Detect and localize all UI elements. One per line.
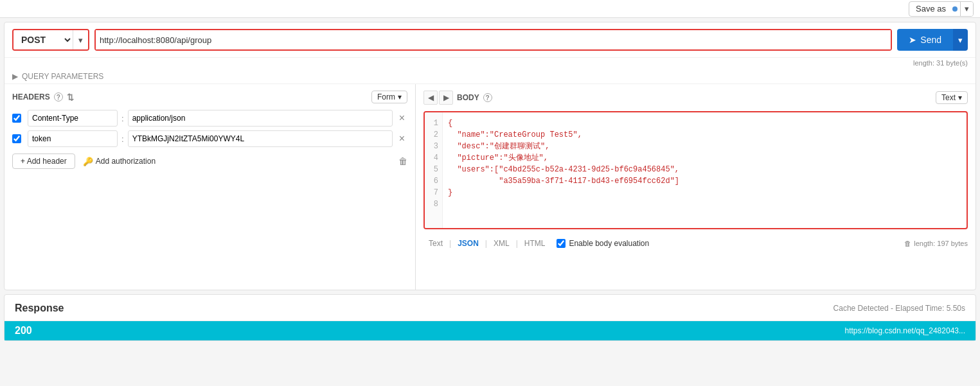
save-as-label: Save as — [909, 4, 952, 13]
headers-panel: HEADERS ? ⇅ Form ▾ : × — [4, 84, 416, 290]
header-2-value-input[interactable] — [128, 130, 393, 147]
body-trash-icon[interactable]: 🗑 — [904, 240, 911, 247]
text-format-dropdown[interactable]: Text ▾ — [936, 91, 968, 104]
header-2-checkbox[interactable] — [12, 134, 21, 143]
method-select[interactable]: POST GET PUT DELETE PATCH — [13, 30, 73, 49]
colon-sep-1: : — [121, 114, 124, 123]
format-tab-html[interactable]: HTML — [519, 237, 551, 250]
form-dropdown[interactable]: Form ▾ — [371, 91, 407, 103]
text-format-label: Text — [941, 93, 956, 102]
format-tab-text[interactable]: Text — [423, 237, 448, 250]
header-2-checkbox-cell[interactable] — [12, 133, 24, 145]
save-as-group[interactable]: Save as ▾ — [909, 1, 974, 17]
request-container: POST GET PUT DELETE PATCH ▾ ➤ Send ▾ len… — [4, 22, 976, 290]
header-1-key-input[interactable] — [28, 110, 118, 127]
header-2-remove-button[interactable]: × — [396, 134, 407, 144]
status-code: 200 — [15, 325, 32, 337]
body-code-content[interactable]: { "name":"CreateGroup Test5", "desc":"创建… — [443, 112, 967, 228]
save-as-chevron[interactable]: ▾ — [960, 2, 973, 16]
response-section: Response Cache Detected - Elapsed Time: … — [4, 294, 976, 341]
headers-panel-header: HEADERS ? ⇅ Form ▾ — [12, 91, 407, 103]
body-nav-right-button[interactable]: ▶ — [439, 91, 453, 105]
send-button[interactable]: ➤ Send — [897, 29, 953, 51]
panels-row: HEADERS ? ⇅ Form ▾ : × — [4, 84, 976, 290]
body-nav-arrows: ◀ ▶ — [423, 91, 453, 105]
header-2-key-input[interactable] — [28, 130, 118, 147]
body-editor-container: 1 2 3 4 5 6 7 8 { "name":"CreateGroup Te… — [423, 111, 968, 229]
body-panel-header: ◀ ▶ BODY ? Text ▾ — [423, 91, 968, 105]
body-title-group: BODY ? — [457, 93, 492, 102]
body-eval-group: Enable body evaluation — [557, 239, 649, 248]
text-format-chevron: ▾ — [958, 93, 962, 102]
top-bar: Save as ▾ — [0, 0, 980, 18]
enable-body-eval-label: Enable body evaluation — [569, 239, 649, 248]
request-length-info: length: 31 byte(s) — [4, 58, 976, 69]
add-authorization-button[interactable]: 🔑 Add authorization — [83, 157, 156, 166]
response-header: Response Cache Detected - Elapsed Time: … — [4, 295, 976, 321]
body-length-info: 🗑 length: 197 bytes — [904, 240, 968, 247]
headers-title-group: HEADERS ? ⇅ — [12, 92, 74, 102]
method-chevron-button[interactable]: ▾ — [73, 30, 88, 49]
response-title: Response — [15, 303, 64, 314]
body-length-text: length: 197 bytes — [914, 240, 968, 247]
form-chevron-icon: ▾ — [398, 92, 402, 101]
header-row-1: : × — [12, 110, 407, 127]
status-bar: 200 https://blog.csdn.net/qq_2482043... — [4, 321, 976, 340]
query-params-bar: ▶ QUERY PARAMETERS — [4, 69, 976, 84]
query-params-toggle[interactable]: ▶ — [12, 72, 18, 81]
headers-help-icon[interactable]: ? — [54, 92, 63, 101]
editor-inner: 1 2 3 4 5 6 7 8 { "name":"CreateGroup Te… — [425, 112, 967, 228]
header-1-checkbox[interactable] — [12, 114, 21, 123]
format-tab-json[interactable]: JSON — [452, 237, 484, 250]
body-nav-left-button[interactable]: ◀ — [423, 91, 438, 105]
format-tab-xml[interactable]: XML — [488, 237, 515, 250]
dot-indicator — [952, 6, 958, 12]
url-input[interactable] — [96, 30, 891, 49]
header-1-value-input[interactable] — [128, 110, 393, 127]
key-icon: 🔑 — [83, 157, 93, 166]
body-title: BODY — [457, 93, 479, 102]
headers-title: HEADERS — [12, 92, 50, 101]
add-header-button[interactable]: + Add header — [12, 154, 75, 169]
status-url: https://blog.csdn.net/qq_2482043... — [845, 326, 965, 335]
headers-trash-icon[interactable]: 🗑 — [398, 156, 407, 166]
send-dropdown-button[interactable]: ▾ — [953, 29, 968, 51]
header-1-remove-button[interactable]: × — [396, 113, 407, 123]
body-footer: Text | JSON | XML | HTML Enable body eva… — [423, 234, 968, 251]
url-input-container[interactable] — [94, 29, 892, 51]
query-params-label: QUERY PARAMETERS — [22, 72, 103, 81]
body-panel: ◀ ▶ BODY ? Text ▾ — [416, 84, 976, 290]
header-1-checkbox-cell[interactable] — [12, 112, 24, 124]
sort-icon[interactable]: ⇅ — [67, 92, 74, 102]
send-group: ➤ Send ▾ — [897, 29, 968, 51]
enable-body-eval-checkbox[interactable] — [557, 239, 566, 248]
headers-actions-row: + Add header 🔑 Add authorization 🗑 — [12, 154, 407, 169]
body-right-header: Text ▾ — [936, 91, 968, 104]
body-help-icon[interactable]: ? — [483, 93, 492, 102]
colon-sep-2: : — [121, 134, 124, 144]
save-as-dot — [952, 4, 960, 13]
response-meta: Cache Detected - Elapsed Time: 5.50s — [833, 304, 965, 313]
body-format-tabs: Text | JSON | XML | HTML — [423, 237, 550, 250]
method-group[interactable]: POST GET PUT DELETE PATCH ▾ — [12, 29, 89, 51]
add-auth-label: Add authorization — [96, 157, 156, 166]
send-icon: ➤ — [909, 35, 916, 45]
send-label: Send — [920, 35, 941, 45]
header-row-2: : × — [12, 130, 407, 147]
form-label: Form — [377, 92, 395, 101]
request-row: POST GET PUT DELETE PATCH ▾ ➤ Send ▾ — [4, 22, 976, 58]
line-numbers: 1 2 3 4 5 6 7 8 — [425, 112, 443, 228]
